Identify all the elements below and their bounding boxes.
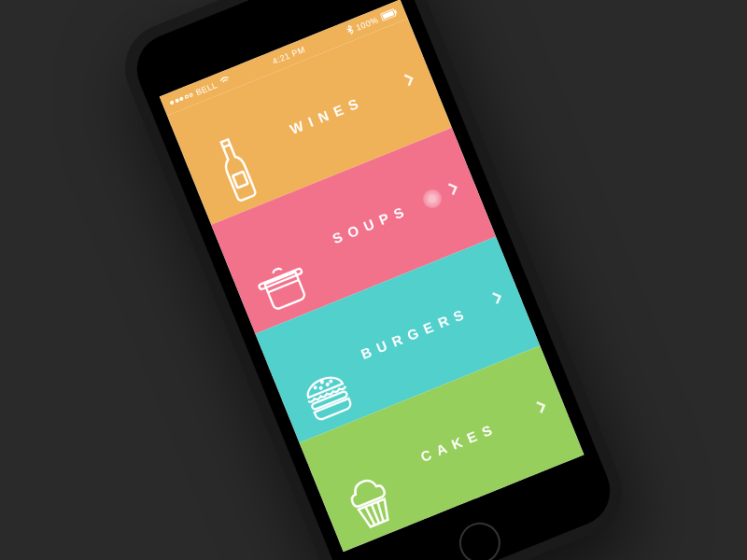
wifi-icon [218,75,232,88]
battery-icon [379,7,399,23]
svg-point-9 [319,387,321,389]
phone-screen: BELL 4:21 PM 100% [160,0,585,552]
svg-point-8 [330,380,331,382]
svg-rect-1 [382,10,394,19]
phone-frame: BELL 4:21 PM 100% [112,0,636,560]
svg-point-7 [321,381,323,383]
svg-line-4 [223,145,230,147]
carrier-label: BELL [194,80,218,97]
battery-label: 100% [355,15,380,33]
category-list: WINES SOUPS [167,19,585,552]
bluetooth-icon [345,24,355,36]
signal-dots-icon [170,92,194,105]
svg-point-10 [327,384,329,385]
svg-point-6 [314,386,316,388]
svg-rect-3 [233,172,247,188]
